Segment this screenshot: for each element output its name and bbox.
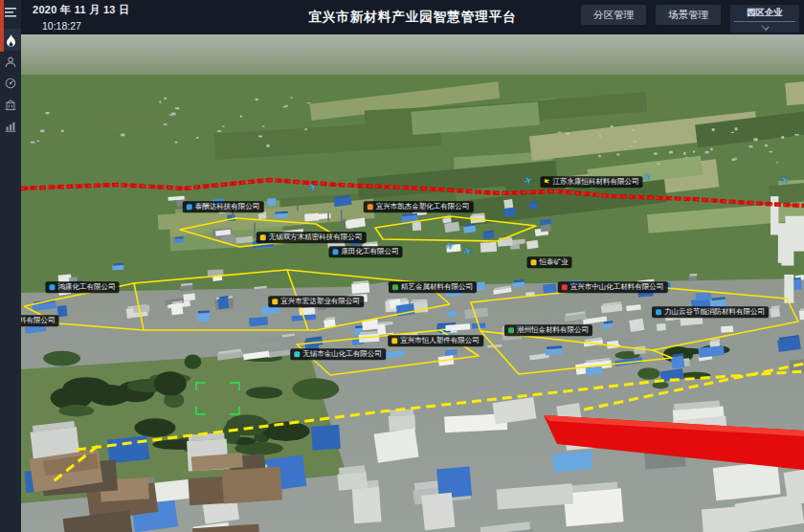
enterprise-label-text: 无锡双方木精密科技有限公司 bbox=[269, 233, 363, 241]
user-icon[interactable] bbox=[0, 53, 21, 72]
enterprise-marker-icon bbox=[50, 284, 56, 290]
scene-manage-button[interactable]: 场景管理 bbox=[656, 5, 721, 25]
enterprise-marker-icon bbox=[562, 284, 568, 290]
enterprise-label-text: 恒泰矿业 bbox=[540, 258, 569, 266]
time-text: 10:18:27 bbox=[42, 20, 129, 32]
enterprise-label[interactable]: 力山云谷节能消防材料有限公司 bbox=[652, 306, 769, 318]
enterprise-marker-icon bbox=[508, 327, 514, 333]
sidebar bbox=[0, 0, 21, 532]
enterprise-label-text: 泰酬达科技有限公司 bbox=[195, 203, 260, 211]
enterprise-label[interactable]: 宜兴市凯杰金塑化工有限公司 bbox=[364, 201, 474, 212]
enterprise-label[interactable]: 兴远织造防水材料有限公司 bbox=[21, 315, 59, 326]
enterprise-label-text: 力山云谷节能消防材料有限公司 bbox=[664, 308, 765, 316]
enterprise-marker-icon bbox=[392, 284, 398, 290]
enterprise-marker-icon bbox=[368, 204, 373, 210]
enterprise-marker-icon bbox=[333, 249, 339, 255]
enterprise-label-text: 精艺金属材料有限公司 bbox=[401, 283, 473, 291]
datetime-block: 2020 年 11 月 13 日 10:18:27 bbox=[33, 3, 129, 32]
enterprise-label-text: 江苏永康恒科材料有限公司 bbox=[553, 178, 639, 186]
enterprise-label[interactable]: 精艺金属材料有限公司 bbox=[389, 281, 477, 293]
bar-chart-icon[interactable] bbox=[0, 117, 21, 136]
enterprise-label-text: 兴远织造防水材料有限公司 bbox=[21, 317, 56, 324]
enterprise-marker-icon bbox=[531, 259, 537, 265]
enterprise-marker-icon bbox=[260, 234, 266, 240]
enterprise-label[interactable]: 宜兴市宏达塑业有限公司 bbox=[268, 296, 364, 307]
enterprise-label[interactable]: 无锡市金山化工有限公司 bbox=[290, 348, 386, 360]
enterprise-label[interactable]: 宜兴市中山化工材料有限公司 bbox=[558, 281, 668, 293]
top-header: 2020 年 11 月 13 日 10:18:27 宜兴市新材料产业园智慧管理平… bbox=[21, 0, 804, 34]
horizon-band bbox=[21, 34, 804, 78]
page-title: 宜兴市新材料产业园智慧管理平台 bbox=[308, 9, 517, 26]
enterprise-label[interactable]: 泰酬达科技有限公司 bbox=[183, 201, 264, 212]
menu-icon[interactable] bbox=[0, 3, 21, 22]
enterprise-label-text: 宜兴市恒人塑件有限公司 bbox=[400, 337, 480, 344]
smart-park-platform: { "header": { "date": "2020 年 11 月 13 日"… bbox=[0, 0, 804, 532]
chevron-down-icon bbox=[761, 22, 769, 30]
enterprise-marker-icon bbox=[187, 204, 192, 210]
enterprise-marker-icon bbox=[545, 179, 550, 185]
enterprise-label[interactable]: 恒泰矿业 bbox=[527, 256, 572, 268]
gauge-icon[interactable] bbox=[0, 74, 21, 93]
enterprise-label-text: 宜兴市宏达塑业有限公司 bbox=[280, 298, 360, 305]
enterprise-marker-icon bbox=[656, 309, 661, 315]
enterprise-label[interactable]: 江苏永康恒科材料有限公司 bbox=[541, 176, 643, 188]
enterprise-label[interactable]: 鸿康化工有限公司 bbox=[46, 281, 120, 293]
enterprise-label[interactable]: 宜兴市恒人塑件有限公司 bbox=[388, 335, 483, 346]
enterprise-label-text: 潮州恒金材料有限公司 bbox=[517, 326, 589, 334]
park-enterprise-dropdown[interactable]: 园区企业 bbox=[730, 5, 799, 33]
park-enterprise-dropdown-label: 园区企业 bbox=[734, 7, 795, 22]
enterprise-marker-icon bbox=[294, 351, 300, 357]
building-icon[interactable] bbox=[0, 96, 21, 115]
enterprise-label[interactable]: 康田化工有限公司 bbox=[329, 246, 403, 257]
enterprise-label-text: 宜兴市凯杰金塑化工有限公司 bbox=[376, 203, 470, 211]
map-3d-view[interactable]: 泰酬达科技有限公司 宜兴市凯杰金塑化工有限公司 无锡双方木精密科技有限公司 康田… bbox=[21, 34, 804, 532]
date-text: 2020 年 11 月 13 日 bbox=[33, 3, 129, 17]
enterprise-marker-icon bbox=[272, 299, 278, 304]
enterprise-label-text: 鸿康化工有限公司 bbox=[58, 283, 116, 291]
enterprise-marker-icon bbox=[391, 338, 397, 344]
header-actions: 分区管理 场景管理 园区企业 bbox=[581, 5, 799, 33]
zone-manage-button[interactable]: 分区管理 bbox=[581, 5, 646, 25]
enterprise-label[interactable]: 无锡双方木精密科技有限公司 bbox=[257, 232, 367, 243]
enterprise-label-text: 无锡市金山化工有限公司 bbox=[302, 350, 382, 358]
enterprise-label-text: 康田化工有限公司 bbox=[342, 248, 399, 255]
enterprise-label-text: 宜兴市中山化工材料有限公司 bbox=[570, 283, 664, 291]
flame-icon[interactable] bbox=[0, 32, 21, 51]
enterprise-label[interactable]: 潮州恒金材料有限公司 bbox=[504, 324, 592, 336]
